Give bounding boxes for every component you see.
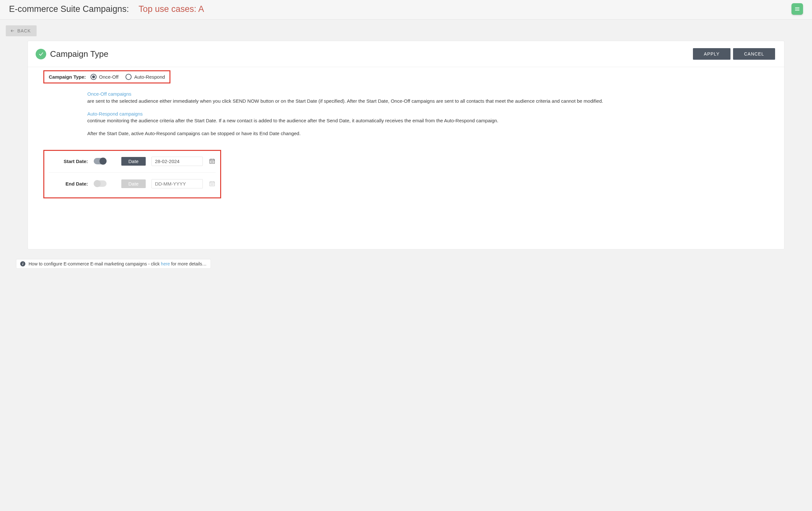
svg-point-8 — [211, 162, 211, 162]
svg-point-18 — [211, 184, 211, 184]
card-header: Campaign Type APPLY CANCEL — [28, 41, 784, 67]
radio-icon — [125, 74, 132, 80]
footer-text-b: for more details… — [170, 261, 206, 266]
start-date-calendar-button[interactable] — [209, 158, 216, 165]
radio-once-off[interactable]: Once-Off — [90, 74, 119, 80]
calendar-icon — [209, 180, 215, 187]
once-off-title-link[interactable]: Once-Off campaigns — [87, 91, 131, 96]
footer-here-link[interactable]: here — [161, 261, 170, 266]
page-body: BACK Campaign Type APPLY CANCEL Campaign… — [0, 20, 812, 280]
campaign-card: Campaign Type APPLY CANCEL Campaign Type… — [28, 41, 784, 249]
once-off-description: Once-Off campaigns are sent to the selec… — [87, 90, 775, 105]
start-date-mode-button[interactable]: Date — [121, 157, 146, 166]
end-date-calendar-button — [209, 180, 216, 187]
info-icon: i — [20, 261, 25, 266]
start-date-toggle[interactable] — [94, 158, 107, 164]
svg-point-23 — [213, 185, 213, 185]
start-date-row: Start Date: Date — [49, 153, 216, 172]
arrow-left-icon — [10, 29, 15, 33]
campaign-type-label: Campaign Type: — [49, 74, 86, 80]
svg-point-19 — [212, 184, 212, 184]
svg-point-22 — [212, 185, 212, 185]
svg-point-9 — [212, 162, 212, 162]
date-section-highlight: Start Date: Date End Dat — [43, 150, 221, 198]
auto-title-link[interactable]: Auto-Respond campaigns — [87, 111, 143, 116]
after-note: After the Start Date, active Auto-Respon… — [87, 130, 775, 137]
page-title-prefix: E-commerce Suite Campaigns: — [9, 4, 129, 14]
hamburger-icon — [794, 6, 801, 12]
campaign-type-highlight: Campaign Type: Once-Off Auto-Respond — [43, 70, 170, 83]
page-title-sub: Top use cases: A — [139, 4, 204, 14]
auto-respond-description: Auto-Respond campaigns continue monitori… — [87, 110, 775, 124]
main-menu-button[interactable] — [791, 3, 803, 15]
start-date-label: Start Date: — [49, 159, 88, 164]
radio-auto-respond-label: Auto-Respond — [134, 74, 165, 80]
end-date-row: End Date: Date — [49, 172, 216, 195]
page-title: E-commerce Suite Campaigns: Top use case… — [9, 4, 204, 14]
cancel-button[interactable]: CANCEL — [733, 48, 775, 60]
auto-body: continue monitoring the audience criteri… — [87, 118, 498, 123]
radio-icon — [90, 74, 96, 80]
status-check-badge — [36, 49, 46, 59]
campaign-type-radio-group: Once-Off Auto-Respond — [90, 74, 165, 80]
svg-point-20 — [213, 184, 213, 184]
check-icon — [38, 51, 44, 57]
topbar: E-commerce Suite Campaigns: Top use case… — [0, 0, 812, 20]
radio-once-off-label: Once-Off — [99, 74, 119, 80]
end-date-label: End Date: — [49, 181, 88, 187]
start-date-input[interactable] — [151, 157, 203, 166]
footer-text-a: How to configure E-commerce E-mail marke… — [29, 261, 161, 266]
back-button[interactable]: BACK — [6, 25, 37, 36]
apply-button[interactable]: APPLY — [693, 48, 730, 60]
once-off-body: are sent to the selected audience either… — [87, 98, 603, 104]
calendar-icon — [209, 158, 215, 164]
svg-point-21 — [211, 185, 211, 185]
footer-hint: i How to configure E-commerce E-mail mar… — [16, 259, 211, 269]
svg-point-10 — [213, 162, 213, 162]
end-date-mode-button[interactable]: Date — [121, 179, 146, 188]
end-date-toggle[interactable] — [94, 180, 107, 187]
radio-auto-respond[interactable]: Auto-Respond — [125, 74, 165, 80]
section-title: Campaign Type — [50, 49, 109, 59]
end-date-input[interactable] — [151, 179, 203, 189]
back-button-label: BACK — [17, 28, 31, 33]
